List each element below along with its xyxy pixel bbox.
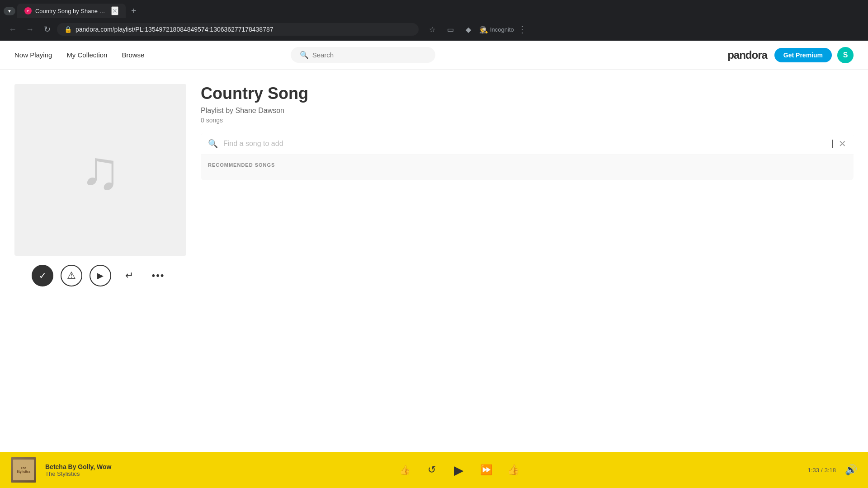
more-options-button[interactable]: ••• xyxy=(147,265,169,286)
nav-now-playing[interactable]: Now Playing xyxy=(14,51,52,59)
volume-button[interactable]: 🔊 xyxy=(845,464,857,476)
playlist-subtitle: Playlist by Shane Dawson xyxy=(201,107,854,115)
user-avatar[interactable]: S xyxy=(837,47,854,63)
header-search-icon: 🔍 xyxy=(300,51,309,59)
new-tab-button[interactable]: + xyxy=(127,4,140,18)
close-search-button[interactable]: ✕ xyxy=(839,138,846,149)
get-premium-button[interactable]: Get Premium xyxy=(774,48,832,62)
skip-forward-button[interactable]: ⏩ xyxy=(477,461,495,479)
active-tab: P Country Song by Shane Dawso ✕ xyxy=(17,4,126,18)
play-pause-button[interactable]: ▶ xyxy=(450,461,468,479)
playlist-section: Country Song Playlist by Shane Dawson 0 … xyxy=(201,84,854,437)
forward-button[interactable]: → xyxy=(23,22,37,37)
skip-dislike-button[interactable]: ⚠ xyxy=(61,265,82,286)
check-button[interactable]: ✓ xyxy=(32,265,53,286)
header-search-input[interactable] xyxy=(312,51,426,59)
track-name: Betcha By Golly, Wow xyxy=(45,463,118,470)
text-cursor-icon xyxy=(832,140,833,148)
recommended-songs-section: RECOMMENDED SONGS xyxy=(201,155,854,180)
thumbs-up-button[interactable]: 👍 xyxy=(504,461,522,479)
extension-icon[interactable]: ◆ xyxy=(461,22,476,37)
album-art: ♫ xyxy=(14,84,186,256)
tab-group-button[interactable]: ▼ xyxy=(4,7,15,15)
track-info: Betcha By Golly, Wow The Stylistics xyxy=(45,463,118,477)
playlist-song-count: 0 songs xyxy=(201,117,854,124)
tab-bar: ▼ P Country Song by Shane Dawso ✕ + ← → … xyxy=(0,0,868,41)
more-options-button[interactable]: ⋮ xyxy=(518,24,527,35)
total-time: 3:18 xyxy=(825,467,836,474)
tab-title: Country Song by Shane Dawso xyxy=(35,8,108,14)
cast-icon[interactable]: ▭ xyxy=(443,22,458,37)
address-bar[interactable]: 🔒 pandora.com/playlist/PL:13549721808484… xyxy=(57,23,419,36)
url-text: pandora.com/playlist/PL:1354972180848495… xyxy=(75,26,274,33)
recommended-label: RECOMMENDED SONGS xyxy=(208,162,846,168)
music-note-icon: ♫ xyxy=(80,139,121,201)
thumbs-down-button[interactable]: 👍 xyxy=(396,461,414,479)
header-search-bar: 🔍 xyxy=(291,47,435,63)
nav-my-collection[interactable]: My Collection xyxy=(66,51,107,59)
incognito-button[interactable]: 🕵 Incognito xyxy=(479,25,514,34)
time-display: 1:33 / 3:18 xyxy=(808,467,836,474)
play-button[interactable]: ▶ xyxy=(90,265,111,286)
player-controls: 👍 ↺ ▶ ⏩ 👍 xyxy=(127,461,792,479)
playlist-title: Country Song xyxy=(201,84,854,103)
tab-close-button[interactable]: ✕ xyxy=(111,6,118,15)
share-button[interactable]: ↵ xyxy=(118,265,140,286)
add-song-panel: 🔍 ✕ RECOMMENDED SONGS xyxy=(201,133,854,180)
add-song-input[interactable] xyxy=(223,140,826,148)
search-input-wrapper: 🔍 ✕ xyxy=(201,133,854,155)
back-button[interactable]: ← xyxy=(5,22,20,37)
pandora-logo: pandora xyxy=(727,49,767,61)
current-time: 1:33 xyxy=(808,467,819,474)
lock-icon: 🔒 xyxy=(64,26,72,33)
album-controls: ✓ ⚠ ▶ ↵ ••• xyxy=(32,265,169,286)
replay-button[interactable]: ↺ xyxy=(423,461,441,479)
app-header: Now Playing My Collection Browse 🔍 pando… xyxy=(0,41,868,70)
track-artist: The Stylistics xyxy=(45,470,118,477)
main-content: ♫ ✓ ⚠ ▶ ↵ ••• Country Song Playlist by S… xyxy=(0,70,868,452)
album-section: ♫ ✓ ⚠ ▶ ↵ ••• xyxy=(14,84,186,437)
bookmark-icon[interactable]: ☆ xyxy=(425,22,439,37)
tab-favicon: P xyxy=(24,7,32,14)
album-thumbnail: TheStylistics xyxy=(11,457,36,483)
nav-browse[interactable]: Browse xyxy=(122,51,144,59)
add-song-search-icon: 🔍 xyxy=(208,139,218,149)
main-nav: Now Playing My Collection Browse xyxy=(14,51,144,59)
now-playing-bar: TheStylistics Betcha By Golly, Wow The S… xyxy=(0,452,868,488)
app: Now Playing My Collection Browse 🔍 pando… xyxy=(0,41,868,452)
browser-chrome: ▼ P Country Song by Shane Dawso ✕ + ← → … xyxy=(0,0,868,41)
reload-button[interactable]: ↻ xyxy=(40,22,54,37)
